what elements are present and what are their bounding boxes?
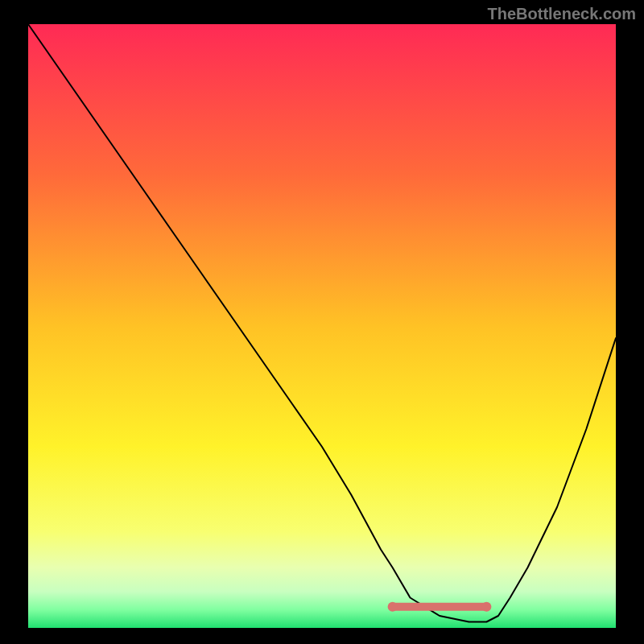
watermark-text: TheBottleneck.com: [488, 5, 636, 23]
chart-container: TheBottleneck.com: [0, 0, 644, 644]
bottleneck-chart: [0, 0, 644, 644]
flat-band-right: [481, 602, 491, 612]
flat-band-left: [388, 602, 398, 612]
gradient-background: [28, 24, 616, 628]
